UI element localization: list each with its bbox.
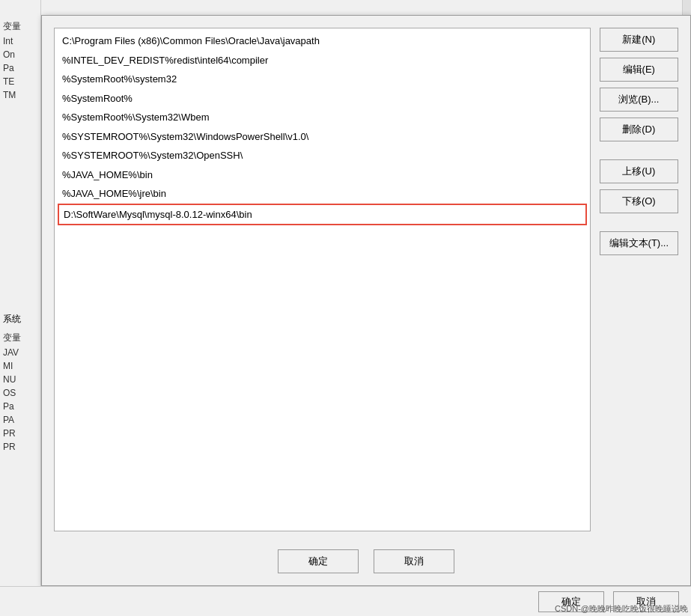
dialog-cancel-button[interactable]: 取消 bbox=[374, 549, 454, 573]
path-item-2[interactable]: %SystemRoot%\system32 bbox=[58, 70, 587, 89]
sys-item-2: MI bbox=[0, 359, 40, 373]
sys-section-label: 系统 bbox=[0, 311, 40, 327]
main-dialog: C:\Program Files (x86)\Common Files\Orac… bbox=[41, 15, 691, 586]
bg-left-panel: 变量 Int On Pa TE TM 系统 变量 JAV MI NU OS Pa… bbox=[0, 0, 41, 616]
dialog-footer: 确定 取消 bbox=[54, 543, 678, 573]
dialog-ok-button[interactable]: 确定 bbox=[278, 549, 359, 573]
sys-item-8: PR bbox=[0, 440, 40, 454]
path-listbox[interactable]: C:\Program Files (x86)\Common Files\Orac… bbox=[54, 28, 591, 531]
dialog-main-area: C:\Program Files (x86)\Common Files\Orac… bbox=[54, 28, 678, 531]
bg-label-4: TE bbox=[0, 75, 40, 88]
bg-label-1: Int bbox=[0, 34, 40, 48]
path-item-7[interactable]: %JAVA_HOME%\bin bbox=[58, 165, 587, 185]
outer-window: 变量 Int On Pa TE TM 系统 变量 JAV MI NU OS Pa… bbox=[0, 0, 691, 616]
bg-label-0: 变量 bbox=[0, 19, 40, 34]
sys-item-1: JAV bbox=[0, 346, 40, 359]
path-item-1[interactable]: %INTEL_DEV_REDIST%redist\intel64\compile… bbox=[58, 51, 587, 70]
bg-label-2: On bbox=[0, 48, 40, 61]
new-button[interactable]: 新建(N) bbox=[600, 28, 678, 52]
button-panel: 新建(N) 编辑(E) 浏览(B)... 删除(D) 上移(U) 下移(O) 编… bbox=[600, 28, 678, 531]
sys-item-3: NU bbox=[0, 373, 40, 386]
browse-button[interactable]: 浏览(B)... bbox=[600, 88, 678, 112]
sys-item-7: PR bbox=[0, 427, 40, 440]
watermark: CSDN-@晚晚昨晚吃晚饭很晚睡说晚 bbox=[555, 603, 688, 615]
path-item-3[interactable]: %SystemRoot% bbox=[58, 89, 587, 109]
sys-item-5: Pa bbox=[0, 400, 40, 413]
path-item-0[interactable]: C:\Program Files (x86)\Common Files\Orac… bbox=[58, 31, 587, 51]
sys-item-4: OS bbox=[0, 386, 40, 400]
path-item-5[interactable]: %SYSTEMROOT%\System32\WindowsPowerShell\… bbox=[58, 127, 587, 147]
bg-label-3: Pa bbox=[0, 61, 40, 75]
delete-button[interactable]: 删除(D) bbox=[600, 118, 678, 141]
move-down-button[interactable]: 下移(O) bbox=[600, 189, 678, 213]
path-item-8[interactable]: %JAVA_HOME%\jre\bin bbox=[58, 184, 587, 204]
path-item-4[interactable]: %SystemRoot%\System32\Wbem bbox=[58, 108, 587, 127]
bg-label-5: TM bbox=[0, 88, 40, 102]
path-item-9[interactable]: D:\SoftWare\Mysql\mysql-8.0.12-winx64\bi… bbox=[58, 204, 587, 226]
path-item-6[interactable]: %SYSTEMROOT%\System32\OpenSSH\ bbox=[58, 146, 587, 165]
sys-item-0: 变量 bbox=[0, 330, 40, 346]
move-up-button[interactable]: 上移(U) bbox=[600, 159, 678, 183]
edit-text-button[interactable]: 编辑文本(T)... bbox=[600, 231, 678, 255]
sys-item-6: PA bbox=[0, 413, 40, 427]
edit-button[interactable]: 编辑(E) bbox=[600, 58, 678, 82]
